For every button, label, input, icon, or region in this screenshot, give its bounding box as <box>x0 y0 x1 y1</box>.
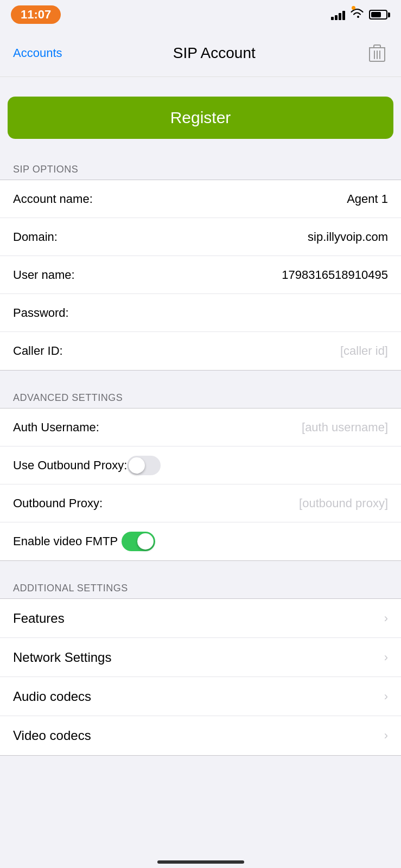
spacer-advanced <box>0 371 401 387</box>
nav-bar: Accounts SIP Account <box>0 29 401 77</box>
features-row[interactable]: Features › <box>0 599 401 638</box>
video-fmtp-row: Enable video FMTP <box>0 522 401 560</box>
outbound-proxy-label: Outbound Proxy: <box>13 496 122 510</box>
account-name-label: Account name: <box>13 192 122 206</box>
spacer-after-register <box>0 139 401 158</box>
signal-dot <box>352 6 355 10</box>
wifi-icon <box>349 8 365 22</box>
additional-settings-group: Features › Network Settings › Audio code… <box>0 598 401 756</box>
advanced-settings-group: Auth Username: [auth username] Use Outbo… <box>0 408 401 561</box>
content: Register SIP OPTIONS Account name: Agent… <box>0 77 401 799</box>
outbound-proxy-toggle-row: Use Outbound Proxy: <box>0 446 401 484</box>
callerid-placeholder: [caller id] <box>122 344 388 358</box>
account-name-value: Agent 1 <box>122 192 388 206</box>
signal-bars-icon <box>331 9 345 20</box>
status-time: 11:07 <box>11 5 61 24</box>
callerid-row[interactable]: Caller ID: [caller id] <box>0 332 401 370</box>
audio-codecs-label: Audio codecs <box>13 689 380 704</box>
bottom-spacer <box>0 756 401 799</box>
advanced-settings-header: ADVANCED SETTINGS <box>0 387 401 408</box>
outbound-proxy-placeholder: [outbound proxy] <box>122 496 388 510</box>
top-spacer <box>0 77 401 97</box>
video-codecs-label: Video codecs <box>13 728 380 743</box>
battery-icon <box>369 10 390 20</box>
page-title: SIP Account <box>173 44 256 62</box>
network-settings-chevron-icon: › <box>384 650 388 665</box>
video-fmtp-toggle-container <box>122 532 155 551</box>
password-row[interactable]: Password: <box>0 294 401 332</box>
network-settings-label: Network Settings <box>13 650 380 665</box>
back-button[interactable]: Accounts <box>13 46 62 60</box>
features-label: Features <box>13 611 380 626</box>
svg-rect-2 <box>374 45 380 48</box>
audio-codecs-chevron-icon: › <box>384 690 388 704</box>
enable-video-fmtp-toggle[interactable] <box>122 532 155 551</box>
audio-codecs-row[interactable]: Audio codecs › <box>0 677 401 716</box>
auth-username-label: Auth Username: <box>13 420 122 435</box>
trash-icon <box>369 44 385 62</box>
outbound-proxy-toggle-label: Use Outbound Proxy: <box>13 458 127 473</box>
toggle-knob-2 <box>137 533 154 550</box>
network-settings-row[interactable]: Network Settings › <box>0 638 401 677</box>
video-codecs-chevron-icon: › <box>384 729 388 743</box>
additional-settings-header: ADDITIONAL SETTINGS <box>0 577 401 598</box>
status-bar: 11:07 <box>0 0 401 29</box>
delete-button[interactable] <box>366 41 388 65</box>
video-codecs-row[interactable]: Video codecs › <box>0 716 401 755</box>
status-icons <box>331 8 390 22</box>
use-outbound-proxy-toggle[interactable] <box>127 456 161 475</box>
sip-options-header: SIP OPTIONS <box>0 158 401 180</box>
home-indicator <box>157 860 244 864</box>
password-label: Password: <box>13 306 122 320</box>
outbound-proxy-toggle-container <box>127 456 161 475</box>
toggle-knob <box>129 457 145 474</box>
register-button[interactable]: Register <box>8 97 393 139</box>
auth-username-placeholder: [auth username] <box>122 420 388 435</box>
account-name-row: Account name: Agent 1 <box>0 180 401 218</box>
username-value: 17983165189104​95 <box>122 268 388 282</box>
username-label: User name: <box>13 268 122 282</box>
password-input[interactable] <box>122 306 388 320</box>
domain-row: Domain: sip.illyvoip.com <box>0 218 401 256</box>
spacer-additional <box>0 561 401 577</box>
video-fmtp-label: Enable video FMTP <box>13 534 122 548</box>
username-row: User name: 17983165189104​95 <box>0 256 401 294</box>
domain-label: Domain: <box>13 230 122 244</box>
outbound-proxy-row[interactable]: Outbound Proxy: [outbound proxy] <box>0 484 401 522</box>
auth-username-row[interactable]: Auth Username: [auth username] <box>0 409 401 446</box>
features-chevron-icon: › <box>384 611 388 626</box>
callerid-label: Caller ID: <box>13 344 122 358</box>
domain-value: sip.illyvoip.com <box>122 230 388 244</box>
sip-options-group: Account name: Agent 1 Domain: sip.illyvo… <box>0 180 401 371</box>
